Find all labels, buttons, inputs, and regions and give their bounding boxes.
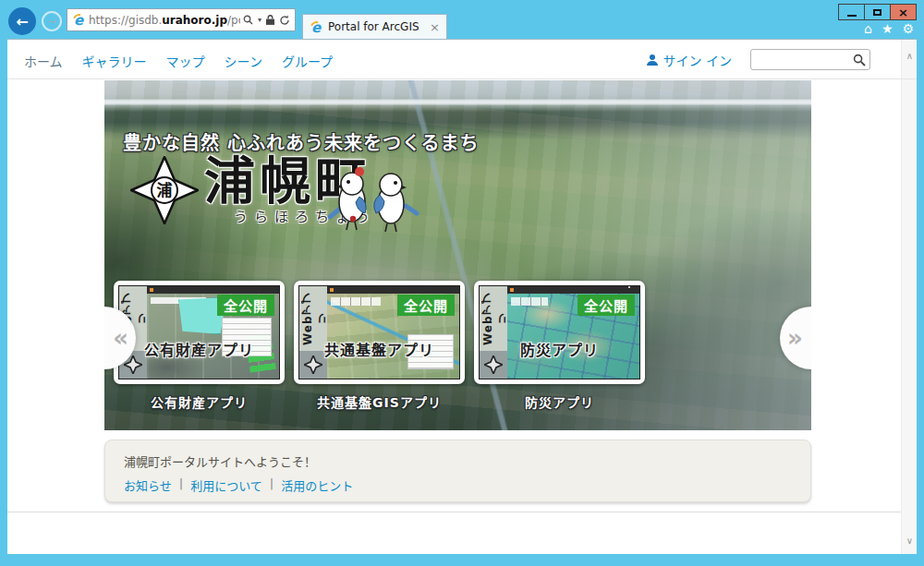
share-badge: 全公開 xyxy=(397,295,455,316)
svg-text:浦: 浦 xyxy=(157,181,173,199)
link-separator: | xyxy=(179,476,183,494)
nav-item-group[interactable]: グループ xyxy=(282,52,333,70)
app-card-bousai[interactable]: Webアプリ 全公開 防災アプリ xyxy=(474,281,645,384)
app-card-kyoutsuu-kiban[interactable]: Webアプリ 全公開 共通基盤アプリ xyxy=(294,281,465,384)
lock-icon xyxy=(266,15,274,25)
favorites-star-icon[interactable]: ★ xyxy=(881,21,894,36)
hero-banner: 豊かな自然 心ふれあう未来をつくるまち 浦 浦幌町 うらほろちょう xyxy=(104,80,811,430)
site-search-box[interactable] xyxy=(750,49,870,70)
app-overlay-title: 公有財産アプリ xyxy=(119,338,279,360)
app-overlay-title: 共通基盤アプリ xyxy=(299,338,459,360)
map-titlebar xyxy=(147,286,279,294)
gear-icon[interactable]: ⚙ xyxy=(902,21,914,36)
tab-close-icon[interactable]: × xyxy=(430,20,440,34)
welcome-box: 浦幌町ポータルサイトへようこそ！ お知らせ | 利用について | 活用のヒント xyxy=(104,440,811,502)
scroll-down-icon[interactable]: ∨ xyxy=(902,536,917,546)
content-divider xyxy=(7,512,901,512)
search-input[interactable] xyxy=(755,54,853,66)
nav-item-home[interactable]: ホーム xyxy=(24,52,63,70)
window-controls: × xyxy=(839,4,917,20)
link-tips[interactable]: 活用のヒント xyxy=(281,476,353,494)
url-text: https://gisdb.urahoro.jp/portal/home/ xyxy=(89,14,240,27)
maximize-icon xyxy=(873,9,881,16)
refresh-icon[interactable] xyxy=(279,15,290,26)
tab-title: Portal for ArcGIS xyxy=(328,20,419,33)
maximize-button[interactable] xyxy=(864,4,891,20)
nav-item-scene[interactable]: シーン xyxy=(225,52,262,70)
link-news[interactable]: お知らせ xyxy=(124,476,172,494)
portal-page: ∧ ∨ ホーム ギャラリー マップ シーン グループ サイン イン xyxy=(7,39,917,554)
carousel-next-button[interactable]: » xyxy=(780,307,811,369)
app-overlay-title: 防災アプリ xyxy=(480,338,639,360)
app-caption: 共通基盤GISアプリ xyxy=(294,392,465,411)
bird-mascots xyxy=(324,160,420,237)
sign-in-link[interactable]: サイン イン xyxy=(646,51,732,69)
minimize-icon xyxy=(847,15,857,17)
browser-chrome: ← → e https://gisdb.urahoro.jp/portal/ho… xyxy=(0,0,924,39)
map-info-panel xyxy=(628,286,630,288)
welcome-message: 浦幌町ポータルサイトへようこそ！ xyxy=(124,452,316,470)
browser-window: ← → e https://gisdb.urahoro.jp/portal/ho… xyxy=(0,0,924,566)
town-emblem-icon: 浦 xyxy=(130,156,199,224)
address-bar[interactable]: e https://gisdb.urahoro.jp/portal/home/ … xyxy=(67,8,296,31)
back-button[interactable]: ← xyxy=(8,7,36,35)
app-caption: 防災アプリ xyxy=(474,392,645,411)
map-toolbar-shape xyxy=(331,297,381,306)
link-separator: | xyxy=(270,476,274,494)
site-navbar: ホーム ギャラリー マップ シーン グループ サイン イン xyxy=(7,40,917,79)
map-titlebar xyxy=(507,286,639,294)
search-icon[interactable] xyxy=(243,15,253,25)
nav-item-gallery[interactable]: ギャラリー xyxy=(82,52,147,70)
close-icon: × xyxy=(898,6,908,18)
browser-toolbar: ⌂ ★ ⚙ xyxy=(864,21,914,36)
chevron-right-icon: » xyxy=(787,324,803,352)
chevron-down-icon[interactable]: ▾ xyxy=(258,16,261,24)
sign-in-label: サイン イン xyxy=(663,51,732,69)
map-toolbar-shape xyxy=(511,297,548,306)
minimize-button[interactable] xyxy=(838,4,865,20)
ie-tab-icon: e xyxy=(310,20,323,34)
person-icon xyxy=(646,54,659,66)
welcome-links: お知らせ | 利用について | 活用のヒント xyxy=(124,476,353,494)
forward-button[interactable]: → xyxy=(42,11,62,31)
app-card-kouyuu-zaisan[interactable]: Webアプリ 全公開 公有財産アプリ xyxy=(114,281,285,384)
vertical-scrollbar[interactable]: ∧ ∨ xyxy=(901,40,917,554)
nav-links: ホーム ギャラリー マップ シーン グループ xyxy=(24,52,333,70)
search-icon[interactable] xyxy=(853,54,866,66)
share-badge: 全公開 xyxy=(217,295,274,316)
close-window-button[interactable]: × xyxy=(890,4,917,20)
share-badge: 全公開 xyxy=(578,295,635,316)
map-titlebar xyxy=(327,286,459,294)
home-icon[interactable]: ⌂ xyxy=(864,21,872,36)
browser-tab[interactable]: e Portal for ArcGIS × xyxy=(302,14,447,39)
link-usage[interactable]: 利用について xyxy=(190,476,262,494)
ie-logo-icon: e xyxy=(72,13,86,27)
forward-arrow-icon: → xyxy=(47,15,56,28)
nav-item-map[interactable]: マップ xyxy=(166,52,205,70)
chevron-left-icon: « xyxy=(113,324,128,352)
app-caption: 公有財産アプリ xyxy=(114,392,285,411)
back-arrow-icon: ← xyxy=(16,13,28,30)
